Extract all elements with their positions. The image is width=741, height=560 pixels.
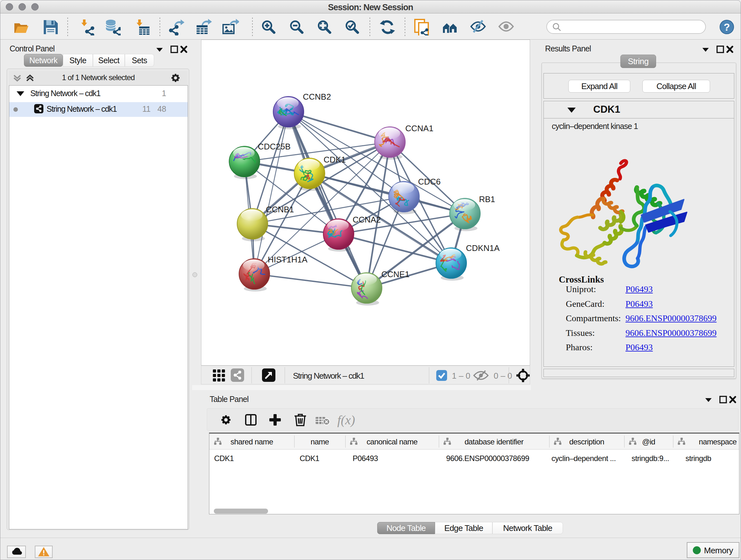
svg-text:CCNB2: CCNB2	[303, 92, 331, 102]
svg-text:CDC25B: CDC25B	[258, 142, 291, 151]
svg-text:HIST1H1A: HIST1H1A	[268, 255, 308, 264]
svg-text:RB1: RB1	[479, 194, 495, 204]
svg-text:CCNB1: CCNB1	[266, 205, 294, 214]
svg-text:CCNA2: CCNA2	[353, 215, 381, 225]
svg-text:CCNE1: CCNE1	[381, 269, 409, 279]
svg-text:CDK1: CDK1	[324, 155, 346, 165]
svg-text:CDC6: CDC6	[418, 177, 441, 186]
svg-text:CCNA1: CCNA1	[405, 124, 433, 133]
svg-text:CDKN1A: CDKN1A	[466, 243, 500, 253]
